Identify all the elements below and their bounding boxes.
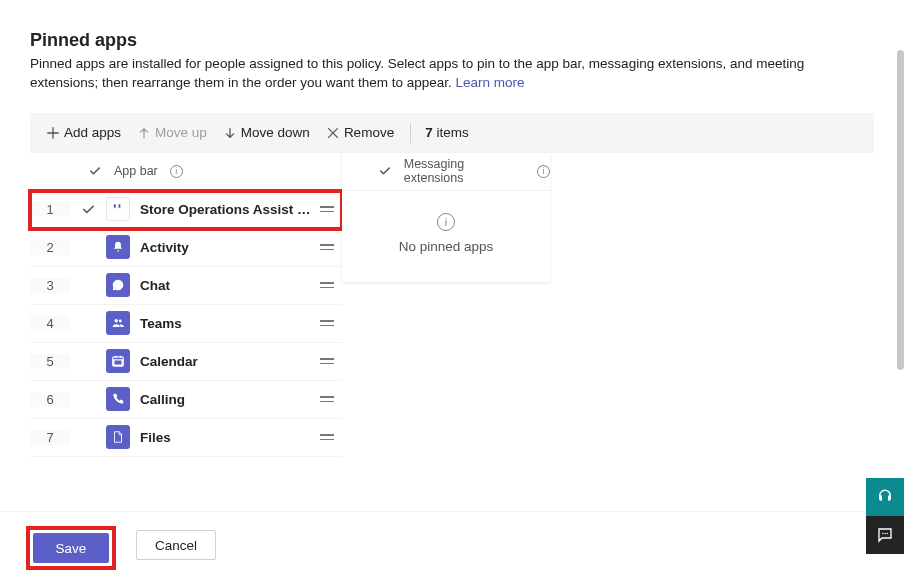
drag-handle[interactable]: [312, 320, 342, 326]
learn-more-link[interactable]: Learn more: [456, 75, 525, 90]
app-label: Teams: [140, 316, 312, 331]
close-icon: [326, 126, 340, 140]
info-icon[interactable]: i: [537, 165, 550, 178]
move-up-button[interactable]: Move up: [129, 117, 215, 149]
info-icon[interactable]: i: [170, 165, 183, 178]
cancel-button[interactable]: Cancel: [136, 530, 216, 560]
row-number: 1: [30, 202, 70, 217]
app-label: Activity: [140, 240, 312, 255]
appbar-row[interactable]: 7 Files: [30, 419, 342, 457]
feedback-widget-button[interactable]: [866, 516, 904, 554]
scrollbar[interactable]: [897, 50, 904, 370]
msgext-list-panel: Messaging extensions i i No pinned apps: [342, 153, 550, 282]
help-widget-button[interactable]: [866, 478, 904, 516]
appbar-row[interactable]: 2 Activity: [30, 229, 342, 267]
drag-handle[interactable]: [312, 396, 342, 402]
msgext-header-label: Messaging extensions: [404, 157, 525, 185]
list-toolbar: Add apps Move up Move down Remove 7 item…: [30, 113, 874, 153]
app-label: Store Operations Assist T…: [140, 202, 312, 217]
chat-icon: [106, 273, 130, 297]
move-down-button[interactable]: Move down: [215, 117, 318, 149]
drag-handle[interactable]: [312, 282, 342, 288]
page-footer: Save Cancel: [0, 511, 904, 588]
app-label: Files: [140, 430, 312, 445]
phone-icon: [106, 387, 130, 411]
row-number: 3: [30, 278, 70, 293]
svg-point-1: [884, 533, 886, 535]
bell-icon: [106, 235, 130, 259]
app-label: Calendar: [140, 354, 312, 369]
appbar-header-label: App bar: [114, 164, 158, 178]
row-number: 2: [30, 240, 70, 255]
arrow-up-icon: [137, 126, 151, 140]
appbar-row[interactable]: 4 Teams: [30, 305, 342, 343]
appbar-list-panel: App bar i 1 Store Operations Assist T… 2…: [30, 153, 342, 457]
select-all-checkbox[interactable]: [88, 164, 102, 178]
appbar-row[interactable]: 6 Calling: [30, 381, 342, 419]
app-label: Calling: [140, 392, 312, 407]
row-number: 4: [30, 316, 70, 331]
app-label: Chat: [140, 278, 312, 293]
add-apps-button[interactable]: Add apps: [38, 117, 129, 149]
store-icon: [106, 197, 130, 221]
appbar-list-header: App bar i: [30, 153, 342, 191]
row-number: 7: [30, 430, 70, 445]
section-description: Pinned apps are installed for people ass…: [30, 55, 874, 93]
msgext-empty-state: i No pinned apps: [342, 191, 550, 282]
drag-handle[interactable]: [312, 358, 342, 364]
appbar-row[interactable]: 3 Chat: [30, 267, 342, 305]
drag-handle[interactable]: [312, 206, 342, 212]
svg-point-0: [882, 533, 884, 535]
item-count: 7 items: [419, 125, 469, 140]
drag-handle[interactable]: [312, 434, 342, 440]
file-icon: [106, 425, 130, 449]
people-icon: [106, 311, 130, 335]
plus-icon: [46, 126, 60, 140]
row-checkbox[interactable]: [70, 203, 106, 216]
save-button[interactable]: Save: [33, 533, 109, 563]
remove-button[interactable]: Remove: [318, 117, 402, 149]
section-title: Pinned apps: [30, 30, 874, 51]
info-icon: i: [437, 213, 455, 231]
svg-point-2: [887, 533, 889, 535]
drag-handle[interactable]: [312, 244, 342, 250]
appbar-row[interactable]: 5 Calendar: [30, 343, 342, 381]
toolbar-separator: [410, 123, 411, 143]
appbar-row[interactable]: 1 Store Operations Assist T…: [30, 191, 342, 229]
row-number: 6: [30, 392, 70, 407]
arrow-down-icon: [223, 126, 237, 140]
select-all-msgext-checkbox[interactable]: [378, 164, 392, 178]
calendar-icon: [106, 349, 130, 373]
msgext-list-header: Messaging extensions i: [342, 153, 550, 191]
row-number: 5: [30, 354, 70, 369]
